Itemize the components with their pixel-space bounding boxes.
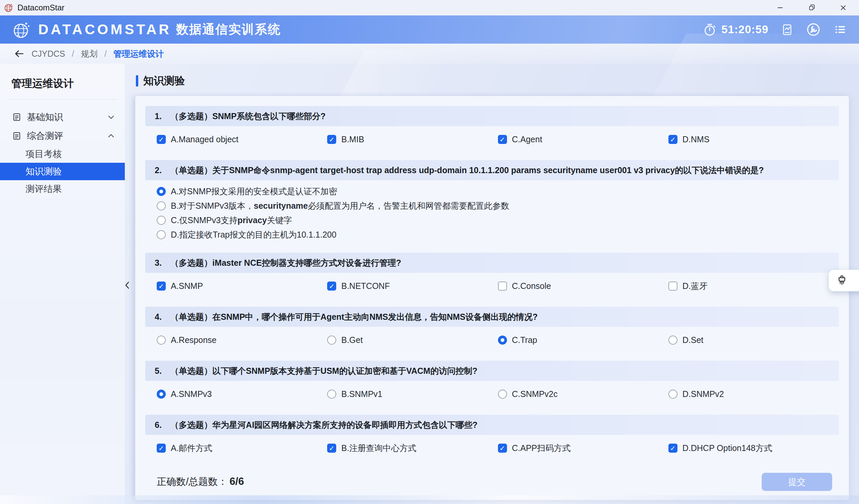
question-header: 5.（单选题）以下哪个SNMP版本支持基于USM的认证加密和基于VACM的访问控… [145,361,839,381]
minimize-button[interactable] [764,0,796,15]
checkbox-icon[interactable] [327,281,336,291]
radio-icon[interactable] [668,336,677,345]
question-text: （单选题）关于SNMP命令snmp-agent target-host trap… [170,165,764,176]
answer-option[interactable]: D.NMS [668,134,839,144]
question-number: 2. [155,165,162,175]
sidebar-collapse-handle[interactable] [122,278,132,292]
checkbox-icon[interactable] [668,281,677,291]
submit-button[interactable]: 提交 [762,473,832,491]
radio-icon[interactable] [498,336,507,345]
checkbox-icon[interactable] [157,444,166,453]
radio-icon[interactable] [157,390,166,399]
quiz-panel: 1.（多选题）SNMP系统包含以下哪些部分?A.Managed objectB.… [135,96,849,500]
checkbox-icon[interactable] [498,444,507,453]
answer-option[interactable]: B.SNMPv1 [327,389,498,399]
checkbox-icon[interactable] [157,135,166,144]
clear-floating-button[interactable] [829,270,859,291]
breadcrumb-item[interactable]: CJYDCS [32,49,65,59]
radio-icon[interactable] [327,336,336,345]
answer-option[interactable]: C.Agent [498,134,668,144]
answer-option[interactable]: A.SNMPv3 [157,389,327,399]
answer-option-label: B.SNMPv1 [341,389,382,399]
sidebar-group-basic-knowledge[interactable]: 基础知识 [0,108,125,126]
menu-icon [833,22,848,37]
radio-icon[interactable] [157,336,166,345]
sidebar-item-assessment-results[interactable]: 测评结果 [0,180,125,198]
score-summary: 正确数/总题数：6/6 [157,475,244,489]
breadcrumb-current: 管理运维设计 [114,48,164,59]
answer-option[interactable]: A.Response [157,335,327,345]
checkbox-icon[interactable] [157,281,166,291]
restore-button[interactable] [796,0,827,15]
answer-option[interactable]: B.对于SNMPv3版本，securityname必须配置为用户名，告警主机和网… [157,201,839,211]
question-number: 5. [155,366,162,376]
checkbox-icon[interactable] [327,135,336,144]
chevron-left-icon [124,280,131,290]
header-actions: 51:20:59 [703,22,848,37]
radio-icon[interactable] [157,230,166,239]
answer-option[interactable]: A.SNMP [157,281,327,291]
answer-option-label: C.Agent [512,134,542,144]
radio-icon[interactable] [157,187,166,196]
tools-button[interactable] [806,22,821,37]
breadcrumb: CJYDCS / 规划 / 管理运维设计 [0,44,859,64]
tools-icon [806,22,821,37]
answer-option[interactable]: A.Managed object [157,134,327,144]
options: A.Managed objectB.MIBC.AgentD.NMS [145,126,839,155]
answer-option[interactable]: D.蓝牙 [668,281,839,291]
answer-option[interactable]: C.APP扫码方式 [498,443,668,453]
sidebar-group-comprehensive-assessment[interactable]: 综合测评 [0,126,125,145]
answer-option[interactable]: B.注册查询中心方式 [327,443,498,453]
close-button[interactable] [827,0,859,15]
answer-option-label: B.NETCONF [341,281,390,291]
radio-icon[interactable] [498,390,507,399]
answer-option[interactable]: C.SNMPv2c [498,389,668,399]
answer-option-label: C.仅SNMPv3支持privacy关键字 [171,215,292,226]
content-area: 管理运维设计 基础知识 [0,64,859,504]
radio-icon[interactable] [157,201,166,210]
answer-option[interactable]: D.SNMPv2 [668,389,839,399]
sidebar-item-project-assessment[interactable]: 项目考核 [0,145,125,163]
answer-option[interactable]: C.Console [498,281,668,291]
back-button[interactable] [13,48,25,59]
sidebar-item-knowledge-quiz[interactable]: 知识测验 [0,163,125,180]
answer-option[interactable]: D.Set [668,335,839,345]
radio-icon[interactable] [668,390,677,399]
answer-option[interactable]: A.邮件方式 [157,443,327,453]
checkbox-icon[interactable] [498,281,507,291]
answer-option[interactable]: B.NETCONF [327,281,498,291]
question-header: 6.（多选题）华为星河AI园区网络解决方案所支持的设备即插即用方式包含以下哪些? [145,415,839,435]
options: A.邮件方式B.注册查询中心方式C.APP扫码方式D.DHCP Option14… [145,435,839,463]
answer-option-label: B.Get [341,335,363,345]
app-window: DatacomStar [0,0,859,504]
radio-icon[interactable] [327,390,336,399]
answer-option[interactable]: D.DHCP Option148方式 [668,443,839,453]
answer-option[interactable]: C.Trap [498,335,668,345]
checkbox-icon[interactable] [498,135,507,144]
answer-option[interactable]: B.Get [327,335,498,345]
question-block: 3.（多选题）iMaster NCE控制器支持哪些方式对设备进行管理?A.SNM… [145,253,839,301]
score-value: 6/6 [229,475,244,487]
options: A.SNMPB.NETCONFC.ConsoleD.蓝牙 [145,273,839,301]
report-button[interactable] [781,23,794,36]
answer-option[interactable]: A.对SNMP报文采用的安全模式是认证不加密 [157,186,839,197]
titlebar: DatacomStar [0,0,859,15]
answer-option[interactable]: D.指定接收Trap报文的目的主机为10.1.1.200 [157,230,839,240]
question-header: 2.（单选题）关于SNMP命令snmp-agent target-host tr… [145,160,839,180]
question-text: （单选题）在SNMP中，哪个操作可用于Agent主动向NMS发出信息，告知NMS… [170,311,538,322]
question-block: 2.（单选题）关于SNMP命令snmp-agent target-host tr… [145,160,839,247]
clear-brush-icon [835,274,848,287]
document-icon [12,112,21,122]
answer-option[interactable]: C.仅SNMPv3支持privacy关键字 [157,215,839,226]
window-title: DatacomStar [17,3,64,12]
answer-option[interactable]: B.MIB [327,134,498,144]
answer-option-label: D.Set [682,335,704,345]
breadcrumb-item[interactable]: 规划 [81,48,97,59]
checkbox-icon[interactable] [668,444,677,453]
page-title: 知识测验 [143,74,185,88]
menu-button[interactable] [833,22,848,37]
checkbox-icon[interactable] [327,444,336,453]
radio-icon[interactable] [157,216,166,225]
sidebar-group-label: 综合测评 [27,130,63,142]
checkbox-icon[interactable] [668,135,677,144]
